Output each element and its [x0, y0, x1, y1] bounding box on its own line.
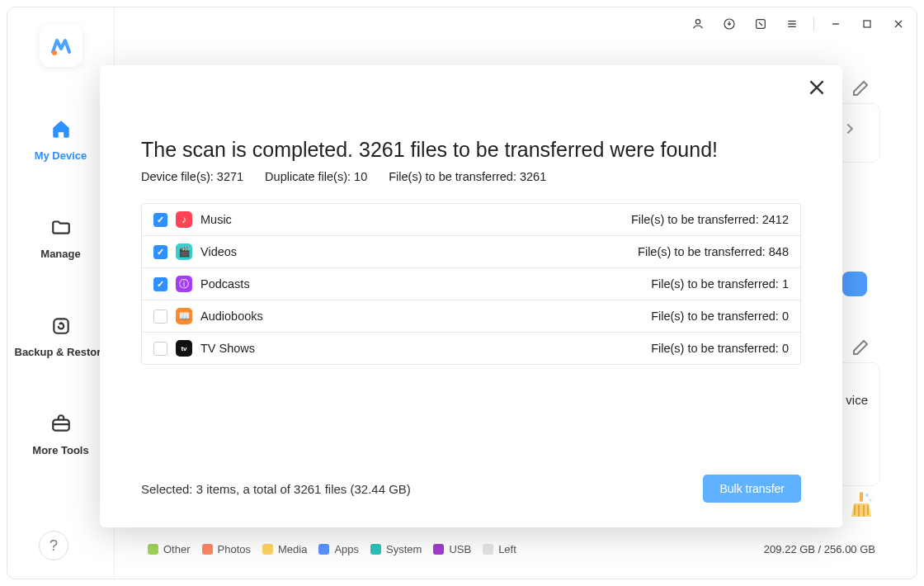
tv-shows-icon: tv — [176, 340, 192, 357]
help-button[interactable]: ? — [39, 531, 68, 560]
modal-footer: Selected: 3 items, a total of 3261 files… — [141, 475, 801, 503]
row-count: File(s) to be transferred: 848 — [638, 245, 789, 258]
svg-rect-6 — [53, 420, 69, 431]
checkbox-music[interactable] — [153, 213, 167, 227]
device-files-count: Device file(s): 3271 — [141, 170, 243, 183]
to-transfer-count: File(s) to be transferred: 3261 — [389, 170, 546, 183]
modal-title: The scan is completed. 3261 files to be … — [141, 138, 801, 162]
legend-left: Left — [483, 543, 516, 555]
row-count: File(s) to be transferred: 2412 — [631, 213, 789, 226]
row-count: File(s) to be transferred: 1 — [651, 277, 789, 291]
toolbox-icon — [12, 413, 109, 439]
app-logo — [40, 24, 82, 67]
row-count: File(s) to be transferred: 0 — [651, 310, 789, 323]
sidebar-item-label: Backup & Restore — [15, 346, 107, 358]
modal-subtitle: Device file(s): 3271 Duplicate file(s): … — [141, 170, 801, 183]
checkbox-videos[interactable] — [153, 245, 167, 259]
legend-label: USB — [449, 543, 471, 555]
app-window: My Device Manage Backup & Restore More T… — [7, 7, 917, 579]
sidebar: My Device Manage Backup & Restore More T… — [7, 7, 115, 579]
checkbox-audiobooks[interactable] — [153, 310, 167, 324]
row-videos[interactable]: 🎬 Videos File(s) to be transferred: 848 — [142, 236, 800, 268]
svg-point-0 — [695, 20, 700, 24]
swatch — [202, 544, 213, 555]
legend-system: System — [370, 543, 422, 555]
row-music[interactable]: ♪ Music File(s) to be transferred: 2412 — [142, 204, 800, 236]
maximize-button[interactable] — [857, 14, 877, 34]
row-count: File(s) to be transferred: 0 — [651, 342, 789, 355]
close-button[interactable] — [889, 14, 908, 34]
feedback-icon[interactable] — [751, 14, 771, 34]
user-icon[interactable] — [688, 14, 708, 34]
svg-point-8 — [865, 494, 869, 497]
separator — [813, 17, 814, 31]
duplicate-files-count: Duplicate file(s): 10 — [265, 170, 367, 183]
sidebar-item-more-tools[interactable]: More Tools — [7, 401, 114, 470]
storage-summary: 209.22 GB / 256.00 GB — [764, 543, 875, 555]
row-label: Podcasts — [200, 277, 250, 291]
swatch — [148, 544, 158, 555]
checkbox-tv-shows[interactable] — [153, 342, 167, 356]
legend-label: Media — [278, 543, 307, 555]
audiobooks-icon: 📖 — [176, 308, 192, 324]
selection-summary: Selected: 3 items, a total of 3261 files… — [141, 482, 411, 496]
sidebar-item-my-device[interactable]: My Device — [12, 106, 109, 175]
home-icon — [17, 118, 104, 144]
window-controls — [688, 14, 908, 34]
backup-icon — [12, 314, 109, 341]
edit-icon[interactable] — [851, 78, 870, 98]
swatch — [433, 544, 444, 555]
sidebar-item-manage[interactable]: Manage — [7, 205, 114, 273]
scan-complete-modal: The scan is completed. 3261 files to be … — [100, 65, 842, 527]
legend-usb: USB — [433, 543, 471, 555]
edit-icon[interactable] — [851, 338, 870, 357]
videos-icon: 🎬 — [176, 243, 192, 260]
svg-rect-7 — [860, 492, 863, 502]
legend-label: Left — [498, 543, 516, 555]
podcasts-icon: ⓘ — [176, 276, 192, 292]
swatch — [318, 544, 329, 555]
file-category-table: ♪ Music File(s) to be transferred: 2412 … — [141, 203, 801, 365]
swatch — [483, 544, 493, 555]
sidebar-item-label: More Tools — [32, 444, 88, 456]
legend-label: System — [386, 543, 422, 555]
menu-icon[interactable] — [782, 14, 802, 34]
legend-media: Media — [262, 543, 307, 555]
legend-other: Other — [148, 543, 191, 555]
legend-apps: Apps — [318, 543, 359, 555]
svg-point-4 — [52, 50, 57, 55]
sidebar-items: My Device Manage Backup & Restore More T… — [7, 106, 114, 470]
legend-photos: Photos — [202, 543, 251, 555]
row-label: Audiobooks — [200, 310, 263, 323]
bg-chip — [842, 272, 867, 296]
row-podcasts[interactable]: ⓘ Podcasts File(s) to be transferred: 1 — [142, 268, 800, 300]
bg-text: vice — [846, 393, 868, 407]
download-icon[interactable] — [719, 14, 739, 34]
swatch — [370, 544, 381, 555]
folder-icon — [12, 216, 109, 243]
row-label: Videos — [200, 245, 237, 258]
checkbox-podcasts[interactable] — [153, 277, 167, 291]
legend-label: Other — [163, 543, 191, 555]
row-tv-shows[interactable]: tv TV Shows File(s) to be transferred: 0 — [142, 333, 800, 364]
row-audiobooks[interactable]: 📖 Audiobooks File(s) to be transferred: … — [142, 300, 800, 333]
sidebar-item-label: My Device — [35, 149, 87, 162]
legend-label: Apps — [334, 543, 359, 555]
svg-rect-5 — [54, 319, 68, 333]
broom-icon[interactable] — [849, 490, 874, 526]
bulk-transfer-button[interactable]: Bulk transfer — [703, 475, 801, 503]
music-icon: ♪ — [176, 211, 192, 228]
modal-close-button[interactable] — [806, 77, 827, 98]
chevron-right-icon[interactable] — [841, 120, 859, 138]
storage-footer: Other Photos Media Apps System USB Left … — [148, 543, 875, 555]
legend-label: Photos — [218, 543, 251, 555]
row-label: Music — [200, 213, 232, 226]
swatch — [262, 544, 273, 555]
row-label: TV Shows — [200, 342, 255, 355]
minimize-button[interactable] — [826, 14, 846, 34]
svg-point-9 — [870, 499, 872, 502]
sidebar-item-backup-restore[interactable]: Backup & Restore — [7, 303, 114, 371]
svg-rect-3 — [864, 21, 870, 27]
sidebar-item-label: Manage — [40, 248, 80, 260]
